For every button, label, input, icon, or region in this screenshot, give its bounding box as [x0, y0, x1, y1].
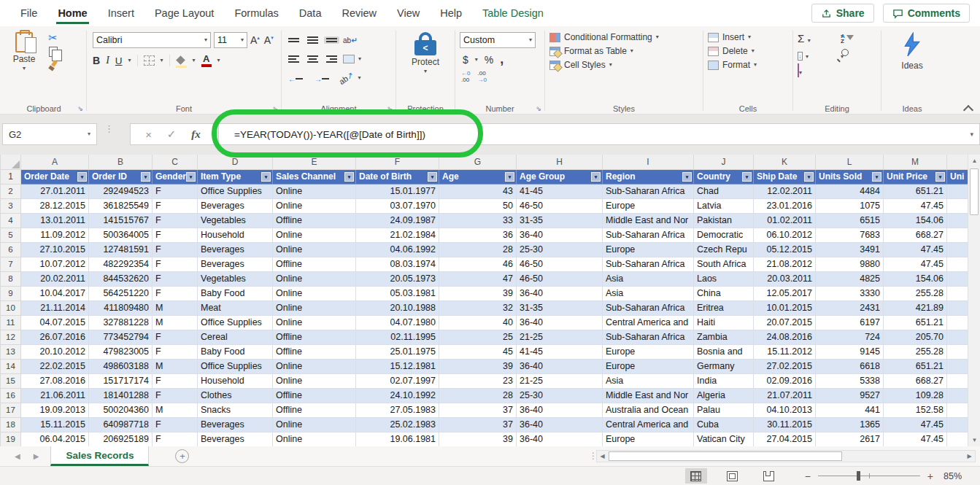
menu-tab-home[interactable]: Home	[47, 0, 97, 26]
cell[interactable]: 361825549	[89, 198, 153, 213]
cell[interactable]: 498603188	[89, 359, 153, 373]
cell[interactable]: 4484	[816, 184, 884, 198]
select-all-corner[interactable]	[1, 155, 21, 169]
accounting-format-button[interactable]: $	[463, 54, 468, 66]
sort-filter-button[interactable]: AZ ▾	[841, 34, 854, 44]
cell[interactable]: 4825	[816, 271, 884, 286]
table-header-cell[interactable]: Gender▾	[153, 169, 198, 184]
copy-button[interactable]	[47, 46, 59, 58]
row-number[interactable]: 2	[1, 184, 21, 198]
name-box-dropdown-icon[interactable]: ▾	[88, 131, 90, 137]
grow-font-button[interactable]: A▴	[250, 34, 260, 46]
filter-button[interactable]: ▾	[742, 172, 752, 182]
cell[interactable]: 421.89	[884, 300, 947, 315]
cell[interactable]: 45	[439, 344, 517, 359]
cell[interactable]: 20.10.1988	[356, 300, 439, 315]
cell[interactable]: 05.03.1981	[356, 286, 439, 300]
borders-dropdown-icon[interactable]: ▾	[161, 58, 163, 63]
comma-style-button[interactable]: ,	[500, 52, 503, 67]
cell[interactable]: Sub-Saharan Africa	[603, 300, 694, 315]
cell[interactable]: 327881228	[89, 315, 153, 330]
cell[interactable]: 41-45	[517, 184, 603, 198]
alignment-dialog-launcher[interactable]: ⇘	[387, 105, 393, 112]
cell[interactable]: Asia	[603, 373, 694, 388]
cell[interactable]: Sub-Saharan Africa	[603, 228, 694, 242]
underline-button[interactable]: U	[115, 55, 123, 66]
column-header-G[interactable]: G	[439, 155, 517, 169]
cut-button[interactable]: ✂	[47, 32, 59, 44]
name-box[interactable]: G2 ▾	[2, 123, 97, 145]
cell[interactable]: 04.07.1980	[356, 315, 439, 330]
decrease-decimal-button[interactable]: .00→0	[477, 71, 486, 84]
column-header-M[interactable]: M	[884, 155, 947, 169]
cell[interactable]: Europe	[603, 242, 694, 257]
cell[interactable]: F	[153, 388, 198, 403]
zoom-level[interactable]: 85%	[944, 471, 968, 481]
delete-cells-button[interactable]: Delete ▾	[708, 46, 788, 56]
filter-button[interactable]: ▾	[344, 172, 354, 182]
cell[interactable]: 3330	[816, 286, 884, 300]
cell[interactable]: F	[153, 184, 198, 198]
filter-button[interactable]: ▾	[682, 172, 692, 182]
cell[interactable]: 19.06.1981	[356, 432, 439, 446]
cell-clipped[interactable]	[947, 300, 968, 315]
cell[interactable]: 47	[439, 271, 517, 286]
clear-button[interactable]: ▾	[798, 64, 833, 77]
paste-dropdown-icon[interactable]: ▾	[23, 66, 26, 71]
cell[interactable]: Latvia	[694, 198, 754, 213]
cell[interactable]: 20.02.2011	[21, 271, 89, 286]
cell[interactable]: 46-50	[517, 198, 603, 213]
cell[interactable]: South Africa	[694, 257, 754, 271]
column-header-C[interactable]: C	[153, 155, 198, 169]
table-header-cell[interactable]: Unit Price▾	[884, 169, 947, 184]
cell[interactable]: 46-50	[517, 271, 603, 286]
cell[interactable]: Eritrea	[694, 300, 754, 315]
cell[interactable]: Vatican City	[694, 432, 754, 446]
cell[interactable]: Germany	[694, 359, 754, 373]
column-header-F[interactable]: F	[356, 155, 439, 169]
cell[interactable]: Baby Food	[198, 286, 273, 300]
cell[interactable]: Online	[273, 286, 356, 300]
table-header-cell[interactable]: Country▾	[694, 169, 754, 184]
column-header-clipped[interactable]	[947, 155, 968, 169]
cell[interactable]: Household	[198, 373, 273, 388]
cell[interactable]: Chad	[694, 184, 754, 198]
number-dialog-launcher[interactable]: ⇘	[536, 105, 541, 112]
menu-tab-file[interactable]: File	[10, 0, 47, 26]
cell[interactable]: 23.01.2016	[754, 198, 816, 213]
next-sheet-icon[interactable]: ▶	[34, 452, 39, 460]
table-header-cell[interactable]: Sales Channel▾	[273, 169, 356, 184]
cell[interactable]: Sub-Saharan Africa	[603, 184, 694, 198]
cell-styles-button[interactable]: Cell Styles ▾	[549, 60, 698, 70]
align-top-button[interactable]	[286, 36, 301, 44]
cell[interactable]: 154.06	[884, 271, 947, 286]
horizontal-scrollbar[interactable]: ◀ ▶	[596, 450, 976, 462]
cell[interactable]: 651.21	[884, 184, 947, 198]
cell[interactable]: 21.08.2012	[754, 257, 816, 271]
cell[interactable]: 39	[439, 359, 517, 373]
cell[interactable]: 154.06	[884, 213, 947, 228]
cell[interactable]: F	[153, 198, 198, 213]
cell[interactable]: Online	[273, 359, 356, 373]
cell[interactable]: 500364005	[89, 228, 153, 242]
cell[interactable]: Offline	[273, 330, 356, 344]
cell[interactable]: 25.02.1983	[356, 417, 439, 432]
filter-button[interactable]: ▾	[261, 172, 271, 182]
menu-tab-help[interactable]: Help	[430, 0, 472, 26]
cell[interactable]: 21.06.2011	[21, 388, 89, 403]
cell[interactable]: Office Supplies	[198, 315, 273, 330]
cell[interactable]: 36	[439, 228, 517, 242]
row-number[interactable]: 3	[1, 198, 21, 213]
cell[interactable]: Clothes	[198, 388, 273, 403]
cell-clipped[interactable]	[947, 403, 968, 417]
cell[interactable]: 127481591	[89, 242, 153, 257]
cell-clipped[interactable]	[947, 417, 968, 432]
menu-tab-data[interactable]: Data	[289, 0, 332, 26]
cell[interactable]: 411809480	[89, 300, 153, 315]
cell[interactable]: 04.06.1992	[356, 242, 439, 257]
cell[interactable]: Europe	[603, 432, 694, 446]
row-number[interactable]: 13	[1, 344, 21, 359]
cell[interactable]: Middle East and Nor	[603, 213, 694, 228]
cell[interactable]: 5338	[816, 373, 884, 388]
table-header-cell[interactable]: Ship Date▾	[754, 169, 816, 184]
